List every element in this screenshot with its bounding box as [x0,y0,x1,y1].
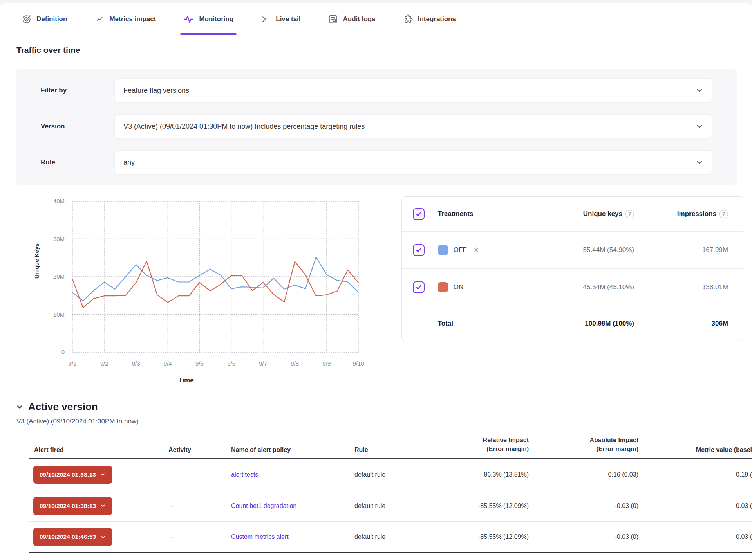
tab-label: Definition [36,15,67,23]
chart-and-legend-row: Unique Keys 010M20M30M40M9/19/29/39/49/5… [0,196,752,384]
rule-cell: default rule [354,533,431,540]
treatments-total-row: Total 100.98M (100%) 306M [402,306,743,341]
filter-by-select[interactable]: Feature flag versions [114,78,712,103]
x-axis-title: Time [12,376,286,384]
rule-label: Rule [41,158,114,166]
absolute-impact-cell: -0.16 (0.03) [529,471,638,478]
page-title: Traffic over time [16,45,752,55]
y-axis-title: Unique Keys [34,243,40,279]
traffic-chart: Unique Keys 010M20M30M40M9/19/29/39/49/5… [12,196,401,384]
activity-cell: - [168,502,231,510]
chevron-down-icon [100,503,106,509]
main-content-card: Definition Metrics impact Monitoring [0,3,752,560]
activity-cell: - [168,471,231,478]
svg-text:9/10: 9/10 [352,360,364,367]
help-icon[interactable]: ? [625,210,634,218]
svg-text:9/4: 9/4 [164,360,172,367]
svg-text:9/9: 9/9 [322,360,331,367]
svg-text:9/7: 9/7 [259,360,267,367]
col-policy: Name of alert policy [231,447,354,454]
chevron-down-icon[interactable] [687,122,712,130]
treatments-card: Treatments Unique keys ? Impressions ? O… [401,196,743,341]
tab-integrations[interactable]: Integrations [403,3,456,35]
alert-fired-button[interactable]: 09/10/2024 01:46:53 [33,528,112,546]
traffic-line-chart: 010M20M30M40M9/19/29/39/49/59/69/79/89/9… [12,196,388,373]
metric-value-cell: 0.03 ( [638,502,752,510]
alert-policy-link[interactable]: alert tests [231,471,258,478]
filter-row-rule: Rule any [41,150,712,175]
relative-impact-cell: -85.55% (12.09%) [431,502,529,510]
svg-text:0: 0 [61,349,65,355]
tab-monitoring[interactable]: Monitoring [183,3,233,35]
metric-value-cell: 0.03 ( [638,533,752,540]
version-select[interactable]: V3 (Active) (09/01/2024 01:30PM to now) … [114,114,712,139]
absolute-impact-cell: -0.03 (0) [529,502,638,510]
col-metric-value: Metric value (basel [638,447,752,454]
alert-fired-button[interactable]: 09/10/2024 01:38:13 [33,497,112,515]
metrics-chart-icon [94,14,105,24]
tab-label: Integrations [418,15,456,23]
alert-policy-link[interactable]: Custom metrics alert [231,533,289,540]
alerts-table: Alert fired Activity Name of alert polic… [29,436,752,553]
svg-text:9/6: 9/6 [227,360,235,367]
total-unique-keys-value: 100.98M (100%) [505,320,634,328]
col-relative-impact: Relative Impact(Error margin) [431,436,529,454]
col-activity: Activity [168,447,231,454]
alert-row: 09/10/2024 01:38:13 - Count bet1 degrada… [29,490,752,522]
treatment-off-checkbox[interactable] [413,244,425,256]
treatment-name: OFF [454,246,467,254]
svg-text:9/8: 9/8 [291,360,299,367]
filter-by-value: Feature flag versions [115,86,687,95]
total-impressions-value: 306M [634,320,732,328]
active-version-toggle[interactable]: Active version [16,401,752,413]
tab-audit-logs[interactable]: Audit logs [328,3,376,35]
total-label: Total [438,320,505,328]
treatment-row-off: OFF ✳ 55.44M (54.90%) 167.99M [402,231,743,268]
alerts-header-row: Alert fired Activity Name of alert polic… [29,436,752,459]
off-impressions-value: 167.99M [634,246,732,254]
tab-label: Monitoring [199,15,233,23]
treatments-select-all-checkbox[interactable] [413,208,425,220]
chevron-down-icon[interactable] [687,86,712,94]
tab-label: Metrics impact [109,15,156,23]
alert-row: 09/10/2024 01:38:13 - alert tests defaul… [29,459,752,490]
tab-definition[interactable]: Definition [22,3,67,35]
treatment-row-on: ON 45.54M (45.10%) 138.01M [402,268,743,306]
rule-cell: default rule [354,471,431,478]
alert-policy-link[interactable]: Count bet1 degradation [231,502,296,509]
tab-live-tail[interactable]: Live tail [261,3,300,35]
on-unique-keys-value: 45.54M (45.10%) [505,283,634,291]
chevron-down-icon[interactable] [687,158,712,166]
filter-row-filter-by: Filter by Feature flag versions [41,78,712,103]
pulse-icon [183,14,194,25]
active-version-title: Active version [28,401,98,413]
off-unique-keys-value: 55.44M (54.90%) [505,246,634,254]
on-impressions-value: 138.01M [634,283,732,291]
impressions-column-header: Impressions [677,210,716,218]
rule-value: any [115,158,687,167]
filter-row-version: Version V3 (Active) (09/01/2024 01:30PM … [41,114,712,139]
relative-impact-cell: -86.3% (13.51%) [431,471,529,478]
svg-text:9/2: 9/2 [100,360,108,367]
tab-metrics-impact[interactable]: Metrics impact [94,3,156,35]
tab-label: Live tail [276,15,300,23]
help-icon[interactable]: ? [719,210,728,218]
tab-bar: Definition Metrics impact Monitoring [0,3,752,35]
default-treatment-icon: ✳ [473,246,479,255]
treatment-name: ON [454,283,464,291]
filter-by-label: Filter by [41,86,114,94]
treatment-on-checkbox[interactable] [413,281,425,293]
collapse-chevron-icon [16,403,24,411]
svg-text:40M: 40M [53,198,65,204]
svg-text:10M: 10M [53,311,65,318]
rule-select[interactable]: any [114,150,712,175]
metric-value-cell: 0.19 ( [638,471,752,478]
alert-row: 09/10/2024 01:46:53 - Custom metrics ale… [29,522,752,553]
version-value: V3 (Active) (09/01/2024 01:30PM to now) … [115,122,687,131]
absolute-impact-cell: -0.03 (0) [529,533,638,540]
col-alert-fired: Alert fired [29,447,168,454]
alert-fired-button[interactable]: 09/10/2024 01:38:13 [33,466,112,484]
version-label: Version [41,122,114,130]
svg-text:9/1: 9/1 [69,360,77,367]
treatments-header-row: Treatments Unique keys ? Impressions ? [402,197,743,231]
